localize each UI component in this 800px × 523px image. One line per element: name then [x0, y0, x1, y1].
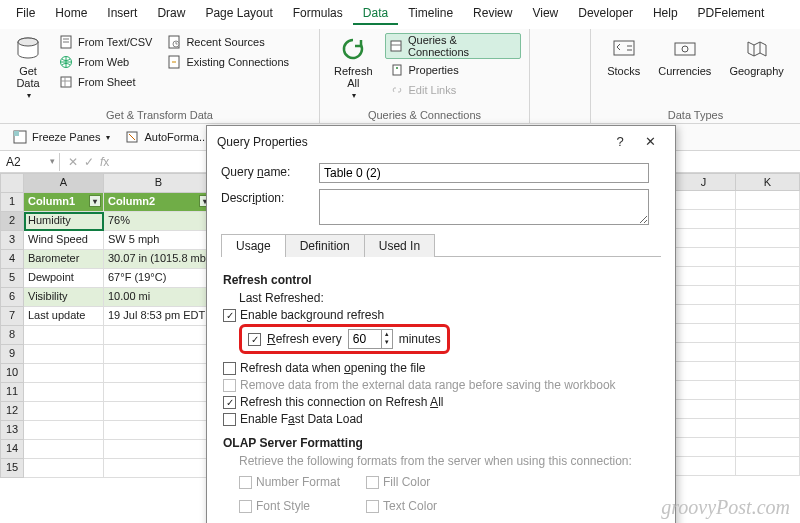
row-header-12[interactable]: 12 [0, 402, 24, 421]
row-header-1[interactable]: 1 [0, 193, 24, 212]
row-header-5[interactable]: 5 [0, 269, 24, 288]
menu-view[interactable]: View [522, 3, 568, 25]
cell-a6[interactable]: Visibility [24, 288, 104, 307]
connections-icon [166, 54, 182, 70]
refresh-every-checkbox[interactable] [248, 333, 261, 346]
autoformat-button[interactable]: AutoForma... [120, 128, 212, 146]
tab-definition[interactable]: Definition [285, 234, 365, 257]
enable-background-refresh-label: Enable background refresh [240, 308, 384, 322]
fx-icon[interactable]: fx [100, 155, 109, 169]
query-name-input[interactable] [319, 163, 649, 183]
row-header-11[interactable]: 11 [0, 383, 24, 402]
row-header-13[interactable]: 13 [0, 421, 24, 440]
from-text-csv-label: From Text/CSV [78, 36, 152, 48]
table-header-col2[interactable]: Column2▾ [104, 193, 214, 212]
refresh-all-button[interactable]: Refresh All ▾ [328, 33, 379, 107]
cell-a2[interactable]: Humidity [24, 212, 104, 231]
menu-pdfelement[interactable]: PDFelement [688, 3, 775, 25]
cell-a4[interactable]: Barometer [24, 250, 104, 269]
currencies-button[interactable]: Currencies [652, 33, 717, 107]
menu-page-layout[interactable]: Page Layout [195, 3, 282, 25]
cell-a3[interactable]: Wind Speed [24, 231, 104, 250]
refresh-on-open-checkbox[interactable] [223, 362, 236, 375]
menu-draw[interactable]: Draw [147, 3, 195, 25]
row-header-10[interactable]: 10 [0, 364, 24, 383]
row-header-9[interactable]: 9 [0, 345, 24, 364]
menu-review[interactable]: Review [463, 3, 522, 25]
query-properties-dialog: Query Properties ? ✕ Query name: Descrip… [206, 125, 676, 523]
select-all-corner[interactable] [0, 173, 24, 193]
dialog-titlebar[interactable]: Query Properties ? ✕ [207, 126, 675, 157]
refresh-all-checkbox[interactable] [223, 396, 236, 409]
dialog-close-button[interactable]: ✕ [635, 134, 665, 149]
cell-b7[interactable]: 19 Jul 8:53 pm EDT [104, 307, 214, 326]
cell-b6[interactable]: 10.00 mi [104, 288, 214, 307]
properties-button[interactable]: Properties [385, 61, 521, 79]
link-icon [389, 82, 405, 98]
refresh-every-spinner[interactable]: ▲▼ [348, 329, 393, 349]
row-header-2[interactable]: 2 [0, 212, 24, 231]
fast-data-load-checkbox[interactable] [223, 413, 236, 426]
cell-b4[interactable]: 30.07 in (1015.8 mb) [104, 250, 214, 269]
row-header-6[interactable]: 6 [0, 288, 24, 307]
enable-background-refresh-checkbox[interactable] [223, 309, 236, 322]
cell-b8[interactable] [104, 326, 214, 345]
row-header-7[interactable]: 7 [0, 307, 24, 326]
row-header-8[interactable]: 8 [0, 326, 24, 345]
filter-icon[interactable]: ▾ [89, 195, 101, 207]
formula-controls: ✕ ✓ fx [60, 155, 117, 169]
recent-sources-button[interactable]: Recent Sources [162, 33, 293, 51]
menu-timeline[interactable]: Timeline [398, 3, 463, 25]
from-sheet-button[interactable]: From Sheet [54, 73, 156, 91]
stocks-button[interactable]: Stocks [601, 33, 646, 107]
col-header-j[interactable]: J [672, 173, 736, 191]
edit-links-button: Edit Links [385, 81, 521, 99]
svg-rect-16 [614, 41, 634, 55]
freeze-panes-button[interactable]: Freeze Panes▾ [8, 128, 114, 146]
col-header-k[interactable]: K [736, 173, 800, 191]
spinner-down-icon[interactable]: ▼ [382, 338, 392, 346]
geography-button[interactable]: Geography [723, 33, 789, 107]
menu-home[interactable]: Home [45, 3, 97, 25]
col-header-a[interactable]: A [24, 173, 104, 193]
from-web-button[interactable]: From Web [54, 53, 156, 71]
spinner-up-icon[interactable]: ▲ [382, 330, 392, 338]
refresh-every-input[interactable] [349, 330, 381, 348]
menu-insert[interactable]: Insert [97, 3, 147, 25]
name-box[interactable]: A2 [0, 153, 60, 171]
autoformat-label: AutoForma... [144, 131, 208, 143]
menu-data[interactable]: Data [353, 3, 398, 25]
recent-icon [166, 34, 182, 50]
cell-b5[interactable]: 67°F (19°C) [104, 269, 214, 288]
cell-a5[interactable]: Dewpoint [24, 269, 104, 288]
dialog-tabs: Usage Definition Used In [221, 233, 661, 257]
row-header-14[interactable]: 14 [0, 440, 24, 459]
col-header-b[interactable]: B [104, 173, 214, 193]
geography-label: Geography [729, 65, 783, 77]
get-data-button[interactable]: Get Data ▾ [8, 33, 48, 107]
existing-connections-button[interactable]: Existing Connections [162, 53, 293, 71]
tab-usage[interactable]: Usage [221, 234, 286, 257]
olap-text-color-checkbox [366, 500, 379, 513]
row-header-4[interactable]: 4 [0, 250, 24, 269]
cancel-icon: ✕ [68, 155, 78, 169]
globe-icon [58, 54, 74, 70]
from-text-csv-button[interactable]: From Text/CSV [54, 33, 156, 51]
dialog-help-button[interactable]: ? [605, 134, 635, 149]
cell-a7[interactable]: Last update [24, 307, 104, 326]
cell-b3[interactable]: SW 5 mph [104, 231, 214, 250]
row-header-3[interactable]: 3 [0, 231, 24, 250]
menu-formulas[interactable]: Formulas [283, 3, 353, 25]
menu-developer[interactable]: Developer [568, 3, 643, 25]
queries-connections-button[interactable]: Queries & Connections [385, 33, 521, 59]
database-icon [14, 35, 42, 63]
query-name-label: Query name: [221, 163, 311, 179]
cell-a8[interactable] [24, 326, 104, 345]
table-header-col1[interactable]: Column1▾ [24, 193, 104, 212]
menu-file[interactable]: File [6, 3, 45, 25]
cell-b2[interactable]: 76% [104, 212, 214, 231]
row-header-15[interactable]: 15 [0, 459, 24, 478]
tab-used-in[interactable]: Used In [364, 234, 435, 257]
description-input[interactable] [319, 189, 649, 225]
menu-help[interactable]: Help [643, 3, 688, 25]
